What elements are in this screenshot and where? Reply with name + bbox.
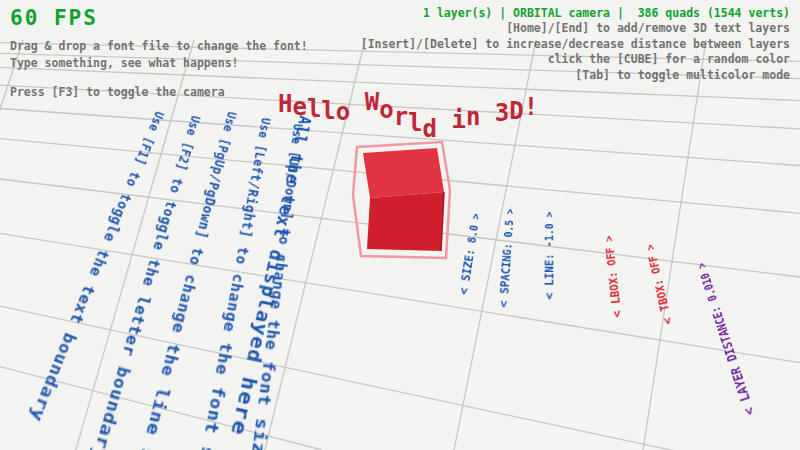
hello-letter [480, 84, 494, 112]
hello-letter: W [365, 88, 379, 116]
hint-layer-distance: [Insert]/[Delete] to increase/decrease d… [361, 37, 790, 53]
hello-letter: 3 [495, 99, 509, 127]
hello-letter: d [423, 115, 437, 143]
hello-letter: D [509, 97, 523, 125]
hud-left: 60 FPS Drag & drop a font file to change… [10, 6, 308, 101]
stats-line: 1 layer(s) | ORBITAL camera | 386 quads … [361, 6, 790, 21]
viewport: Hello World in 3D! Use [F1] to toggle th… [0, 0, 800, 450]
hello-letter: o [379, 96, 393, 124]
param-line: < LINE: -1.0 > [543, 212, 556, 300]
hello-letter [350, 84, 364, 112]
hello-letter [437, 84, 451, 112]
hint-drag-drop: Drag & drop a font file to change the fo… [10, 38, 308, 55]
hint-cube-color: click the [CUBE] for a random color [361, 52, 790, 68]
cube[interactable] [353, 142, 450, 258]
hint-add-remove-layers: [Home]/[End] to add/remove 3D text layer… [361, 21, 790, 37]
hello-letter: i [451, 106, 465, 134]
hello-letter: r [394, 103, 408, 131]
hello-letter: o [336, 98, 350, 126]
hello-letter: l [321, 97, 335, 125]
hud-spacer [10, 72, 308, 84]
hint-multicolor-mode: [Tab] to toggle multicolor mode [361, 68, 790, 84]
hello-world-3d-text: Hello World in 3D! [278, 84, 538, 112]
hint-toggle-camera: Press [F3] to toggle the camera [10, 84, 308, 101]
hello-letter: n [466, 103, 480, 131]
hello-letter: l [408, 109, 422, 137]
cube-top-face [363, 148, 444, 198]
hello-letter: ! [524, 93, 538, 121]
fps-counter: 60 FPS [10, 6, 308, 30]
hud-right: 1 layer(s) | ORBITAL camera | 386 quads … [361, 6, 790, 83]
cube-front-face [367, 192, 444, 251]
hint-type-something: Type something, see what happens! [10, 55, 308, 72]
